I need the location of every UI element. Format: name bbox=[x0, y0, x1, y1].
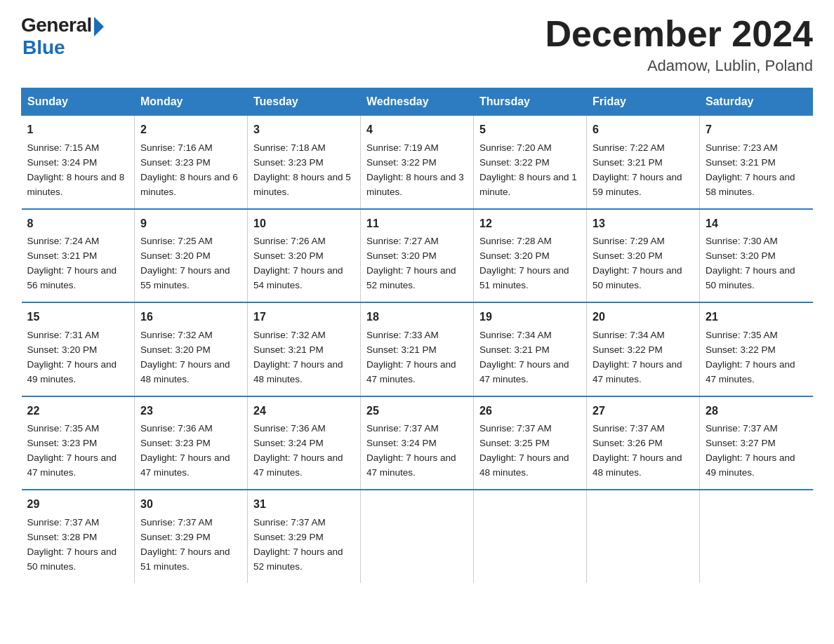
calendar-week-row: 15Sunrise: 7:31 AMSunset: 3:20 PMDayligh… bbox=[22, 302, 813, 396]
calendar-cell: 17Sunrise: 7:32 AMSunset: 3:21 PMDayligh… bbox=[248, 302, 361, 396]
day-number: 31 bbox=[253, 496, 355, 514]
day-number: 19 bbox=[479, 309, 581, 326]
day-number: 12 bbox=[479, 215, 581, 233]
calendar-cell: 9Sunrise: 7:25 AMSunset: 3:20 PMDaylight… bbox=[135, 209, 248, 302]
day-number: 24 bbox=[253, 403, 355, 420]
day-number: 5 bbox=[479, 121, 581, 139]
day-number: 7 bbox=[706, 121, 807, 139]
day-number: 10 bbox=[253, 215, 355, 233]
calendar-cell: 25Sunrise: 7:37 AMSunset: 3:24 PMDayligh… bbox=[361, 396, 474, 490]
calendar-cell: 14Sunrise: 7:30 AMSunset: 3:20 PMDayligh… bbox=[700, 209, 813, 302]
calendar-cell: 27Sunrise: 7:37 AMSunset: 3:26 PMDayligh… bbox=[587, 396, 700, 490]
header-thursday: Thursday bbox=[474, 88, 587, 116]
calendar-cell: 11Sunrise: 7:27 AMSunset: 3:20 PMDayligh… bbox=[361, 209, 474, 302]
logo-general-text: General bbox=[21, 14, 92, 36]
calendar-cell: 28Sunrise: 7:37 AMSunset: 3:27 PMDayligh… bbox=[700, 396, 813, 490]
calendar-cell: 10Sunrise: 7:26 AMSunset: 3:20 PMDayligh… bbox=[248, 209, 361, 302]
month-title: December 2024 bbox=[545, 14, 813, 54]
day-number: 29 bbox=[27, 496, 129, 514]
day-number: 3 bbox=[253, 121, 355, 139]
calendar-cell: 31Sunrise: 7:37 AMSunset: 3:29 PMDayligh… bbox=[248, 490, 361, 582]
day-number: 30 bbox=[140, 496, 241, 514]
page-header: General Blue December 2024 Adamow, Lubli… bbox=[21, 14, 813, 75]
day-number: 26 bbox=[479, 403, 581, 420]
day-number: 11 bbox=[366, 215, 468, 233]
day-number: 20 bbox=[593, 309, 694, 326]
day-number: 13 bbox=[593, 215, 694, 233]
calendar-cell bbox=[700, 490, 813, 582]
day-number: 28 bbox=[706, 403, 807, 420]
day-number: 25 bbox=[366, 403, 468, 420]
logo: General Blue bbox=[21, 14, 104, 59]
header-friday: Friday bbox=[587, 88, 700, 116]
calendar-cell: 2Sunrise: 7:16 AMSunset: 3:23 PMDaylight… bbox=[135, 116, 248, 209]
calendar-cell bbox=[361, 490, 474, 582]
calendar-cell: 18Sunrise: 7:33 AMSunset: 3:21 PMDayligh… bbox=[361, 302, 474, 396]
calendar-cell: 21Sunrise: 7:35 AMSunset: 3:22 PMDayligh… bbox=[700, 302, 813, 396]
day-number: 8 bbox=[27, 215, 129, 233]
calendar-cell: 5Sunrise: 7:20 AMSunset: 3:22 PMDaylight… bbox=[474, 116, 587, 209]
day-number: 16 bbox=[140, 309, 241, 326]
day-number: 23 bbox=[140, 403, 241, 420]
calendar-week-row: 8Sunrise: 7:24 AMSunset: 3:21 PMDaylight… bbox=[22, 209, 813, 302]
day-number: 6 bbox=[593, 121, 694, 139]
calendar-cell: 23Sunrise: 7:36 AMSunset: 3:23 PMDayligh… bbox=[135, 396, 248, 490]
calendar-cell: 16Sunrise: 7:32 AMSunset: 3:20 PMDayligh… bbox=[135, 302, 248, 396]
calendar-cell: 24Sunrise: 7:36 AMSunset: 3:24 PMDayligh… bbox=[248, 396, 361, 490]
calendar-cell: 26Sunrise: 7:37 AMSunset: 3:25 PMDayligh… bbox=[474, 396, 587, 490]
day-number: 27 bbox=[593, 403, 694, 420]
day-number: 14 bbox=[706, 215, 807, 233]
header-tuesday: Tuesday bbox=[248, 88, 361, 116]
calendar-header-row: SundayMondayTuesdayWednesdayThursdayFrid… bbox=[22, 88, 813, 116]
calendar-cell: 30Sunrise: 7:37 AMSunset: 3:29 PMDayligh… bbox=[135, 490, 248, 582]
calendar-cell: 12Sunrise: 7:28 AMSunset: 3:20 PMDayligh… bbox=[474, 209, 587, 302]
calendar-cell: 3Sunrise: 7:18 AMSunset: 3:23 PMDaylight… bbox=[248, 116, 361, 209]
calendar-cell: 19Sunrise: 7:34 AMSunset: 3:21 PMDayligh… bbox=[474, 302, 587, 396]
header-wednesday: Wednesday bbox=[361, 88, 474, 116]
calendar-cell: 8Sunrise: 7:24 AMSunset: 3:21 PMDaylight… bbox=[22, 209, 135, 302]
day-number: 21 bbox=[706, 309, 807, 326]
header-monday: Monday bbox=[135, 88, 248, 116]
day-number: 9 bbox=[140, 215, 241, 233]
calendar-cell: 15Sunrise: 7:31 AMSunset: 3:20 PMDayligh… bbox=[22, 302, 135, 396]
calendar-table: SundayMondayTuesdayWednesdayThursdayFrid… bbox=[21, 88, 813, 582]
calendar-cell: 13Sunrise: 7:29 AMSunset: 3:20 PMDayligh… bbox=[587, 209, 700, 302]
header-saturday: Saturday bbox=[700, 88, 813, 116]
day-number: 1 bbox=[27, 121, 129, 139]
day-number: 15 bbox=[27, 309, 129, 326]
day-number: 17 bbox=[253, 309, 355, 326]
logo-blue-text: Blue bbox=[22, 36, 65, 59]
calendar-cell bbox=[587, 490, 700, 582]
title-block: December 2024 Adamow, Lublin, Poland bbox=[545, 14, 813, 75]
calendar-cell: 7Sunrise: 7:23 AMSunset: 3:21 PMDaylight… bbox=[700, 116, 813, 209]
day-number: 2 bbox=[140, 121, 241, 139]
logo-triangle-icon bbox=[94, 17, 104, 36]
calendar-cell: 1Sunrise: 7:15 AMSunset: 3:24 PMDaylight… bbox=[22, 116, 135, 209]
calendar-cell: 4Sunrise: 7:19 AMSunset: 3:22 PMDaylight… bbox=[361, 116, 474, 209]
calendar-cell: 22Sunrise: 7:35 AMSunset: 3:23 PMDayligh… bbox=[22, 396, 135, 490]
day-number: 22 bbox=[27, 403, 129, 420]
calendar-cell bbox=[474, 490, 587, 582]
calendar-week-row: 1Sunrise: 7:15 AMSunset: 3:24 PMDaylight… bbox=[22, 116, 813, 209]
calendar-week-row: 29Sunrise: 7:37 AMSunset: 3:28 PMDayligh… bbox=[22, 490, 813, 582]
calendar-cell: 6Sunrise: 7:22 AMSunset: 3:21 PMDaylight… bbox=[587, 116, 700, 209]
calendar-week-row: 22Sunrise: 7:35 AMSunset: 3:23 PMDayligh… bbox=[22, 396, 813, 490]
day-number: 4 bbox=[366, 121, 468, 139]
header-sunday: Sunday bbox=[22, 88, 135, 116]
day-number: 18 bbox=[366, 309, 468, 326]
calendar-cell: 29Sunrise: 7:37 AMSunset: 3:28 PMDayligh… bbox=[22, 490, 135, 582]
calendar-cell: 20Sunrise: 7:34 AMSunset: 3:22 PMDayligh… bbox=[587, 302, 700, 396]
location: Adamow, Lublin, Poland bbox=[545, 57, 813, 75]
